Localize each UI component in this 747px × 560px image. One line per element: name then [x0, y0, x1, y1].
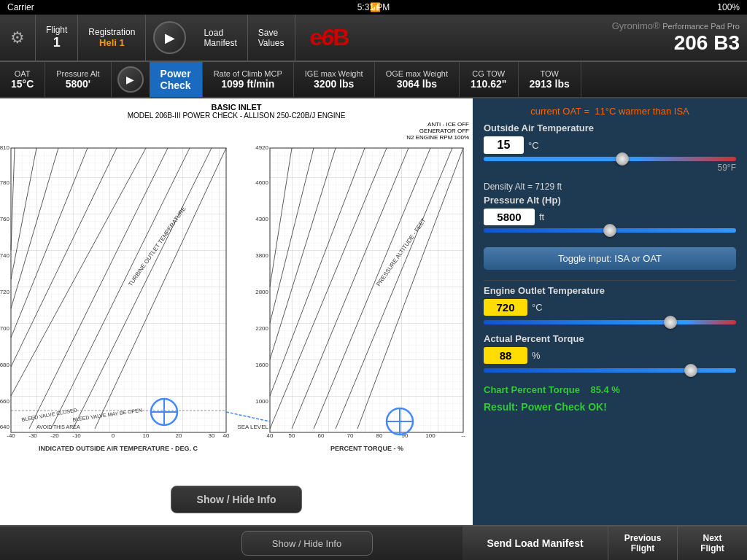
- svg-text:PERCENT TORQUE - %: PERCENT TORQUE - %: [330, 445, 403, 452]
- next-flight-button[interactable]: Next Flight: [678, 526, 747, 560]
- status-bar: Carrier 📶 5:31 PM 100%: [0, 0, 747, 15]
- svg-text:760: 760: [0, 216, 10, 222]
- isa-info: current OAT = 11°C warmer than ISA: [484, 106, 736, 117]
- toolbar: ⚙ Flight 1 Registration Heli 1 ▶ LoadMan…: [0, 15, 747, 62]
- oge-max-weight-value: 3064 lbs: [397, 78, 437, 90]
- svg-rect-1: [11, 148, 226, 432]
- ige-max-weight-label: IGE max Weight: [305, 69, 363, 78]
- chart-torque-label: Chart Percent Torque: [484, 384, 580, 395]
- torque-param-label: Actual Percent Torque: [484, 333, 736, 344]
- svg-text:60: 60: [318, 432, 325, 439]
- oat-slider-thumb[interactable]: [616, 152, 629, 166]
- registration-button[interactable]: Registration Heli 1: [78, 15, 146, 61]
- eot-slider-thumb[interactable]: [664, 316, 677, 329]
- prev-flight-label-2: Flight: [631, 543, 655, 553]
- oge-max-weight-cell: OGE max Weight 3064 lbs: [375, 62, 460, 97]
- save-values-label: SaveValues: [258, 28, 285, 48]
- show-hide-area: Show / Hide Info: [171, 481, 302, 518]
- chart-torque-row: Chart Percent Torque 85.4 %: [484, 384, 736, 395]
- rate-of-climb-value: 1099 ft/min: [221, 78, 274, 90]
- play-button[interactable]: ▶: [153, 21, 186, 54]
- save-values-button[interactable]: SaveValues: [248, 15, 295, 61]
- svg-text:810: 810: [0, 144, 10, 151]
- info-play-button[interactable]: ▶: [117, 66, 144, 93]
- previous-flight-button[interactable]: Previous Flight: [608, 526, 678, 560]
- torque-input[interactable]: [484, 347, 527, 364]
- next-flight-label-2: Flight: [700, 543, 724, 553]
- svg-text:20: 20: [176, 432, 182, 439]
- oat-label: OAT: [15, 69, 31, 78]
- chart-title: BASIC INLET: [0, 98, 473, 112]
- svg-text:640: 640: [0, 424, 10, 430]
- load-manifest-button[interactable]: LoadManifest: [193, 15, 247, 61]
- svg-text:700: 700: [0, 325, 10, 332]
- flight-button[interactable]: Flight 1: [36, 15, 78, 61]
- pressure-alt-cell: Pressure Alt 5800': [45, 62, 111, 97]
- rate-of-climb-cell: Rate of Climb MCP 1099 ft/min: [203, 62, 294, 97]
- svg-text:40: 40: [223, 432, 230, 439]
- settings-button[interactable]: ⚙: [0, 15, 36, 61]
- svg-text:-30: -30: [28, 432, 37, 439]
- oat-input[interactable]: [484, 136, 524, 154]
- e6b-logo: e6B: [295, 24, 363, 51]
- power-check-cell[interactable]: PowerCheck: [150, 62, 203, 97]
- registration-label: Registration: [88, 27, 135, 37]
- eot-unit: °C: [532, 302, 543, 313]
- svg-text:1000: 1000: [255, 398, 268, 405]
- pressure-alt-label: Pressure Alt: [56, 69, 99, 78]
- svg-text:4300: 4300: [255, 216, 268, 222]
- svg-text:30: 30: [209, 432, 215, 439]
- rate-of-climb-label: Rate of Climb MCP: [214, 69, 282, 78]
- torque-slider-thumb[interactable]: [684, 364, 697, 377]
- pressure-alt-slider-thumb[interactable]: [603, 224, 616, 237]
- svg-text:0: 0: [112, 432, 115, 439]
- tow-value: 2913 lbs: [530, 78, 570, 90]
- show-hide-button[interactable]: Show / Hide Info: [171, 486, 302, 513]
- cg-tow-cell: CG TOW 110.62": [460, 62, 518, 97]
- battery-indicator: 100%: [717, 2, 740, 12]
- fahrenheit-value: 59°F: [484, 163, 736, 173]
- svg-text:720: 720: [0, 289, 10, 295]
- eot-param-label: Engine Outlet Temperature: [484, 285, 736, 296]
- cg-tow-label: CG TOW: [472, 69, 505, 78]
- eot-input[interactable]: [484, 299, 527, 316]
- flight-number: 1: [53, 35, 61, 50]
- divider-1: [484, 280, 736, 281]
- chart-torque-unit: %: [611, 384, 620, 395]
- prev-flight-label: Previous: [624, 533, 662, 543]
- gear-icon: ⚙: [10, 28, 25, 47]
- chart-area: BASIC INLET MODEL 206B-III POWER CHECK -…: [0, 98, 473, 525]
- performance-chart: 810 780 760 740 720 700 680 660 640 TURB…: [0, 141, 473, 491]
- oat-param-label: Outside Air Temperature: [484, 122, 736, 133]
- oat-cell: OAT 15°C: [0, 62, 45, 97]
- svg-text:INDICATED OUTSIDE AIR TEMPERAT: INDICATED OUTSIDE AIR TEMPERATURE - DEG.…: [39, 445, 198, 452]
- oat-unit: °C: [528, 140, 539, 151]
- svg-text:40: 40: [267, 432, 274, 439]
- main-content: BASIC INLET MODEL 206B-III POWER CHECK -…: [0, 98, 747, 525]
- chart-annotations: ANTI - ICE OFFGENERATOR OFFN2 ENGINE RPM…: [0, 121, 473, 141]
- oat-param: Outside Air Temperature °C 59°F: [484, 122, 736, 173]
- svg-text:--: --: [461, 432, 465, 439]
- svg-text:1600: 1600: [255, 362, 268, 368]
- oat-value: 15°C: [11, 78, 34, 90]
- info-bar: OAT 15°C Pressure Alt 5800' ▶ PowerCheck…: [0, 62, 747, 98]
- flight-label: Flight: [46, 25, 67, 35]
- show-hide-bottom-button[interactable]: Show / Hide Info: [241, 531, 373, 556]
- right-panel: current OAT = 11°C warmer than ISA Outsi…: [473, 98, 747, 525]
- svg-text:660: 660: [0, 398, 10, 405]
- toggle-isa-oat-button[interactable]: Toggle input: ISA or OAT: [484, 247, 736, 270]
- density-alt-label: Density Alt = 7129 ft: [484, 182, 736, 192]
- gyronimo-logo: Gyronimo® Performance Pad Pro 206 B3: [612, 20, 747, 55]
- svg-text:740: 740: [0, 252, 10, 259]
- ige-max-weight-cell: IGE max Weight 3200 lbs: [294, 62, 375, 97]
- oat-slider-track: [484, 157, 736, 161]
- svg-text:SEA LEVEL: SEA LEVEL: [237, 424, 268, 430]
- bottom-bar: Show / Hide Info Send Load Manifest Prev…: [0, 525, 747, 560]
- svg-text:-20: -20: [50, 432, 59, 439]
- svg-line-71: [226, 412, 270, 421]
- registration-value: Heli 1: [99, 37, 125, 48]
- send-load-manifest-button[interactable]: Send Load Manifest: [462, 526, 608, 560]
- torque-param: Actual Percent Torque %: [484, 333, 736, 373]
- pressure-alt-value: 5800': [66, 78, 90, 90]
- pressure-alt-input[interactable]: [484, 209, 535, 225]
